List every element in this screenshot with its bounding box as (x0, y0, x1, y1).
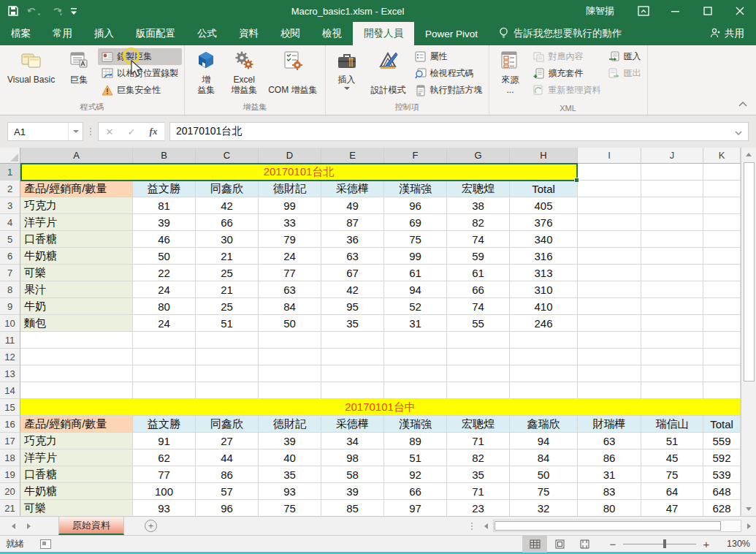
cell[interactable] (641, 365, 703, 382)
cell[interactable]: 德財記 (259, 416, 321, 433)
cell[interactable] (703, 214, 741, 231)
cell[interactable]: 64 (641, 483, 703, 500)
formula-bar-splitter[interactable] (88, 128, 93, 135)
cell[interactable] (703, 281, 741, 298)
row-header-6[interactable]: 6 (0, 248, 20, 265)
page-layout-view-icon[interactable] (547, 536, 572, 553)
cell[interactable]: 559 (703, 433, 741, 449)
cell[interactable]: 24 (133, 315, 196, 332)
horizontal-scroll-thumb[interactable] (495, 521, 721, 531)
tab-Power Pivot[interactable]: Power Pivot (414, 22, 489, 45)
cell[interactable]: 39 (321, 483, 384, 500)
import-button[interactable]: 匯入 (605, 48, 645, 65)
cell[interactable]: 42 (196, 197, 259, 214)
cell[interactable] (578, 349, 641, 365)
row-header-12[interactable]: 12 (0, 349, 20, 365)
add-ins-button[interactable]: 增 益集 (187, 46, 225, 96)
cell[interactable] (510, 365, 578, 382)
cell[interactable] (641, 197, 703, 214)
cell[interactable] (578, 281, 641, 298)
cell[interactable] (384, 365, 447, 382)
column-header-B[interactable]: B (133, 148, 196, 164)
cell[interactable] (703, 332, 741, 349)
tab-開發人員[interactable]: 開發人員 (353, 22, 414, 45)
cell[interactable] (641, 332, 703, 349)
cell[interactable] (20, 332, 133, 349)
cell[interactable]: 84 (259, 298, 321, 315)
row-header-18[interactable]: 18 (0, 449, 20, 466)
cell[interactable]: 40 (259, 449, 321, 466)
cell[interactable]: 牛奶糖 (20, 483, 133, 500)
cell[interactable] (510, 382, 578, 399)
cell[interactable]: 可樂 (20, 500, 133, 516)
cell[interactable] (641, 349, 703, 365)
cell[interactable]: 46 (133, 231, 196, 248)
cell[interactable]: 81 (133, 197, 196, 214)
insert-control-button[interactable]: 插入 (328, 46, 366, 91)
cell[interactable]: 52 (384, 298, 447, 315)
cell[interactable] (578, 231, 641, 248)
cell[interactable]: 34 (321, 433, 384, 449)
cell[interactable]: 益文勝 (133, 416, 196, 433)
row-header-10[interactable]: 10 (0, 315, 20, 332)
cell[interactable]: 91 (133, 433, 196, 449)
cell[interactable]: 86 (196, 466, 259, 483)
cell[interactable] (259, 382, 321, 399)
cell[interactable]: 20170101台北 (20, 164, 578, 181)
cell[interactable]: 50 (259, 315, 321, 332)
cell[interactable]: 58 (321, 466, 384, 483)
tab-scrollbar-splitter[interactable] (471, 523, 473, 530)
cell[interactable] (578, 248, 641, 265)
cell[interactable] (578, 214, 641, 231)
cell[interactable]: 巧克力 (20, 433, 133, 449)
column-header-K[interactable]: K (703, 148, 741, 164)
cell[interactable]: 39 (133, 214, 196, 231)
scroll-up-icon[interactable] (741, 148, 756, 162)
cell[interactable] (133, 382, 196, 399)
column-header-H[interactable]: H (510, 148, 578, 164)
cell[interactable]: 洋芋片 (20, 449, 133, 466)
row-header-20[interactable]: 20 (0, 483, 20, 500)
row-header-16[interactable]: 16 (0, 416, 20, 433)
cell[interactable]: 85 (321, 500, 384, 516)
cell[interactable]: 21 (196, 281, 259, 298)
visual-basic-button[interactable]: Visual Basic (2, 46, 60, 86)
cell[interactable]: 340 (510, 231, 578, 248)
design-mode-button[interactable]: 設計模式 (366, 46, 411, 101)
cell[interactable]: 30 (196, 231, 259, 248)
cell[interactable] (321, 332, 384, 349)
cell[interactable] (641, 181, 703, 197)
cell[interactable]: 405 (510, 197, 578, 214)
cell[interactable]: 67 (321, 265, 384, 281)
cell[interactable] (259, 349, 321, 365)
cell[interactable] (703, 365, 741, 382)
cell[interactable] (703, 197, 741, 214)
tab-資料[interactable]: 資料 (228, 22, 270, 45)
select-all-corner[interactable] (0, 148, 20, 164)
vertical-scrollbar[interactable] (741, 148, 756, 516)
page-break-view-icon[interactable] (572, 536, 597, 553)
horizontal-scroll-track[interactable] (493, 520, 741, 532)
cell[interactable]: 77 (133, 466, 196, 483)
cell[interactable] (641, 382, 703, 399)
cell[interactable] (447, 365, 510, 382)
cell[interactable] (447, 349, 510, 365)
cell[interactable] (133, 332, 196, 349)
cell[interactable]: 93 (259, 483, 321, 500)
vertical-scroll-thumb[interactable] (744, 162, 755, 382)
cell[interactable]: 漢瑞強 (384, 416, 447, 433)
cell[interactable]: 93 (133, 500, 196, 516)
cell[interactable]: 75 (641, 466, 703, 483)
tab-常用[interactable]: 常用 (42, 22, 83, 45)
sheet-prev-icon[interactable] (12, 523, 15, 529)
cell[interactable] (641, 281, 703, 298)
cell[interactable]: 75 (510, 483, 578, 500)
cell[interactable]: 74 (447, 298, 510, 315)
cell[interactable] (259, 365, 321, 382)
cell[interactable]: 82 (447, 449, 510, 466)
cell[interactable]: 66 (384, 483, 447, 500)
run-dialog-button[interactable]: 執行對話方塊 (411, 82, 486, 99)
cell[interactable]: Total (703, 416, 741, 433)
cell[interactable]: 漢瑞強 (384, 181, 447, 197)
cell[interactable]: 63 (259, 281, 321, 298)
